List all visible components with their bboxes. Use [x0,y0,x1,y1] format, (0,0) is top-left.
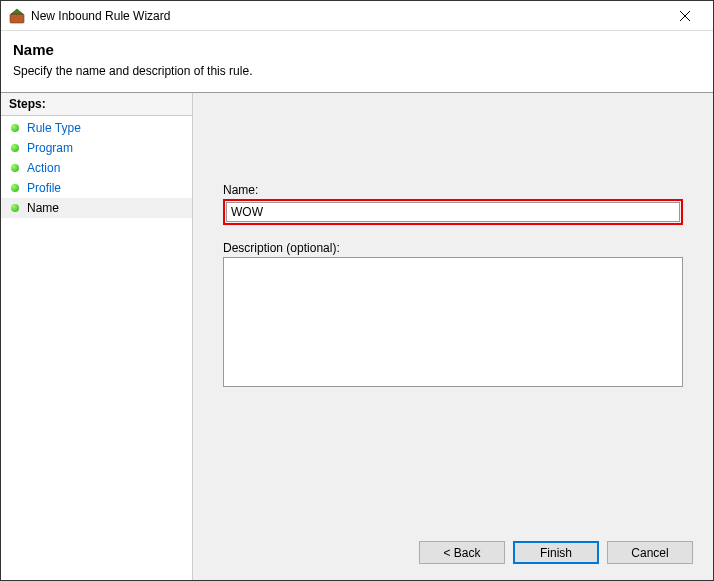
step-label: Rule Type [27,121,81,135]
bullet-icon [11,164,19,172]
step-program[interactable]: Program [1,138,192,158]
step-label: Action [27,161,60,175]
step-name[interactable]: Name [1,198,192,218]
description-label: Description (optional): [223,241,683,255]
header-section: Name Specify the name and description of… [1,31,713,92]
svg-rect-0 [10,14,24,23]
bullet-icon [11,204,19,212]
step-action[interactable]: Action [1,158,192,178]
description-input[interactable] [223,257,683,387]
step-rule-type[interactable]: Rule Type [1,118,192,138]
body: Steps: Rule Type Program Action Profile [1,92,713,580]
app-icon [9,8,25,24]
button-row: < Back Finish Cancel [419,541,693,564]
steps-header: Steps: [1,93,192,116]
bullet-icon [11,184,19,192]
titlebar: New Inbound Rule Wizard [1,1,713,31]
cancel-button[interactable]: Cancel [607,541,693,564]
step-label: Program [27,141,73,155]
steps-sidebar: Steps: Rule Type Program Action Profile [1,93,193,580]
step-label: Name [27,201,59,215]
page-subtitle: Specify the name and description of this… [13,64,701,78]
main-panel: Name: Description (optional): < Back Fin… [193,93,713,580]
bullet-icon [11,144,19,152]
close-icon [680,11,690,21]
step-profile[interactable]: Profile [1,178,192,198]
bullet-icon [11,124,19,132]
finish-button[interactable]: Finish [513,541,599,564]
step-label: Profile [27,181,61,195]
steps-list: Rule Type Program Action Profile Name [1,116,192,220]
back-button[interactable]: < Back [419,541,505,564]
close-button[interactable] [665,2,705,30]
name-label: Name: [223,183,683,197]
wizard-window: New Inbound Rule Wizard Name Specify the… [0,0,714,581]
window-title: New Inbound Rule Wizard [31,9,665,23]
name-input[interactable] [226,202,680,222]
page-title: Name [13,41,701,58]
name-input-highlight [223,199,683,225]
